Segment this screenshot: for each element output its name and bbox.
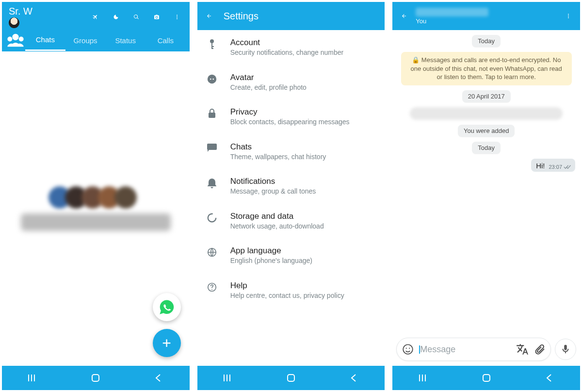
settings-item-avatar[interactable]: AvatarCreate, edit, profile photo bbox=[197, 65, 385, 100]
community-icon[interactable] bbox=[6, 34, 25, 46]
message-input[interactable]: Message bbox=[396, 338, 551, 361]
svg-point-4 bbox=[210, 39, 214, 43]
sysnav-home[interactable] bbox=[472, 373, 501, 383]
svg-point-16 bbox=[211, 289, 212, 290]
new-chat-fab[interactable]: + bbox=[153, 329, 181, 357]
settings-item-notifications[interactable]: NotificationsMessage, group & call tones bbox=[197, 169, 385, 204]
system-nav bbox=[392, 366, 580, 390]
sysnav-back[interactable] bbox=[534, 374, 564, 382]
sysnav-back[interactable] bbox=[339, 374, 368, 382]
item-sub: Help centre, contact us, privacy policy bbox=[230, 292, 344, 300]
tab-calls[interactable]: Calls bbox=[146, 31, 186, 50]
header: You bbox=[392, 2, 580, 30]
svg-rect-5 bbox=[211, 43, 212, 48]
emoji-icon[interactable] bbox=[402, 343, 414, 356]
phone-settings: Settings AccountSecurity notifications, … bbox=[197, 2, 385, 390]
date-chip: 20 April 2017 bbox=[462, 90, 511, 102]
item-title: Avatar bbox=[230, 73, 307, 82]
settings-item-help[interactable]: HelpHelp centre, contact us, privacy pol… bbox=[197, 273, 385, 308]
outgoing-message[interactable]: Hi! 23:07 bbox=[531, 159, 575, 172]
item-sub: Create, edit, profile photo bbox=[230, 83, 307, 92]
svg-rect-3 bbox=[92, 375, 99, 381]
svg-point-1 bbox=[177, 16, 178, 17]
sysnav-back[interactable] bbox=[144, 374, 173, 382]
item-sub: Network usage, auto-download bbox=[230, 222, 324, 231]
item-sub: English (phone's language) bbox=[230, 257, 312, 265]
date-chip-today-2: Today bbox=[472, 142, 501, 154]
message-time: 23:07 bbox=[549, 164, 562, 170]
more-icon[interactable] bbox=[171, 11, 183, 23]
svg-point-9 bbox=[210, 78, 211, 80]
svg-point-8 bbox=[208, 74, 216, 83]
current-user[interactable]: Sr. W bbox=[9, 6, 32, 28]
attach-icon[interactable] bbox=[534, 343, 546, 355]
face-icon bbox=[206, 74, 218, 84]
svg-point-20 bbox=[568, 17, 569, 18]
tab-groups[interactable]: Groups bbox=[65, 31, 106, 50]
settings-title: Settings bbox=[224, 11, 259, 22]
voice-message-button[interactable] bbox=[555, 339, 576, 360]
svg-point-19 bbox=[568, 16, 569, 16]
svg-point-2 bbox=[177, 18, 178, 19]
svg-point-23 bbox=[409, 348, 410, 349]
item-title: Chats bbox=[230, 142, 326, 152]
sysnav-recents[interactable] bbox=[409, 374, 438, 382]
camera-icon[interactable] bbox=[151, 11, 162, 23]
moon-icon[interactable] bbox=[110, 11, 122, 23]
chat-header-title[interactable]: You bbox=[416, 8, 488, 25]
sysnav-home[interactable] bbox=[81, 373, 110, 383]
item-sub: Message, group & call tones bbox=[230, 187, 316, 196]
double-check-icon bbox=[564, 164, 571, 169]
phone-chat-thread: You Today 🔒Messages and calls are end-to… bbox=[392, 2, 580, 390]
airplane-icon[interactable] bbox=[90, 11, 101, 23]
sysnav-recents[interactable] bbox=[18, 374, 48, 382]
back-icon[interactable] bbox=[398, 10, 410, 22]
translate-icon[interactable] bbox=[516, 343, 528, 356]
sysnav-home[interactable] bbox=[276, 373, 306, 383]
lock-icon bbox=[206, 108, 218, 119]
message-input-bar: Message bbox=[392, 335, 580, 366]
chat-icon bbox=[206, 143, 218, 152]
svg-point-10 bbox=[212, 78, 214, 80]
svg-point-0 bbox=[177, 15, 178, 16]
search-icon[interactable] bbox=[130, 11, 142, 23]
tab-bar: Chats Groups Status Calls bbox=[2, 29, 190, 51]
item-title: Account bbox=[230, 38, 343, 48]
globe-icon bbox=[206, 247, 218, 258]
settings-item-chats[interactable]: ChatsTheme, wallpapers, chat history bbox=[197, 134, 385, 169]
svg-rect-24 bbox=[483, 375, 490, 381]
whatsapp-fab[interactable] bbox=[153, 293, 181, 321]
sysnav-recents[interactable] bbox=[214, 374, 243, 382]
svg-point-22 bbox=[406, 348, 407, 349]
settings-item-privacy[interactable]: PrivacyBlock contacts, disappearing mess… bbox=[197, 99, 385, 134]
back-icon[interactable] bbox=[203, 10, 215, 22]
user-avatar bbox=[9, 17, 19, 28]
encryption-banner[interactable]: 🔒Messages and calls are end-to-end encry… bbox=[401, 52, 572, 85]
item-title: Privacy bbox=[230, 107, 350, 117]
message-text: Hi! bbox=[536, 162, 545, 170]
settings-item-language[interactable]: App languageEnglish (phone's language) bbox=[197, 238, 385, 273]
phone-chats: Sr. W bbox=[2, 2, 190, 390]
key-icon bbox=[206, 39, 218, 49]
item-sub: Block contacts, disappearing messages bbox=[230, 118, 350, 127]
user-name: Sr. W bbox=[9, 6, 32, 16]
svg-rect-12 bbox=[207, 144, 217, 150]
chat-subtitle: You bbox=[416, 17, 488, 25]
item-sub: Security notifications, change number bbox=[230, 49, 343, 57]
more-icon[interactable] bbox=[563, 10, 574, 22]
settings-list: AccountSecurity notifications, change nu… bbox=[197, 30, 385, 366]
svg-point-21 bbox=[404, 344, 413, 354]
item-title: Help bbox=[230, 281, 344, 291]
item-title: Storage and data bbox=[230, 212, 324, 221]
tab-status[interactable]: Status bbox=[105, 31, 146, 50]
settings-item-storage[interactable]: Storage and dataNetwork usage, auto-down… bbox=[197, 204, 385, 239]
blurred-avatars bbox=[54, 186, 137, 209]
help-icon bbox=[206, 282, 218, 293]
settings-item-account[interactable]: AccountSecurity notifications, change nu… bbox=[197, 30, 385, 65]
header: Settings bbox=[197, 2, 385, 30]
svg-rect-6 bbox=[211, 46, 214, 47]
system-nav bbox=[197, 366, 385, 390]
chat-name-blurred bbox=[416, 8, 488, 16]
chat-body: Today 🔒Messages and calls are end-to-end… bbox=[392, 30, 580, 335]
tab-chats[interactable]: Chats bbox=[25, 30, 65, 51]
